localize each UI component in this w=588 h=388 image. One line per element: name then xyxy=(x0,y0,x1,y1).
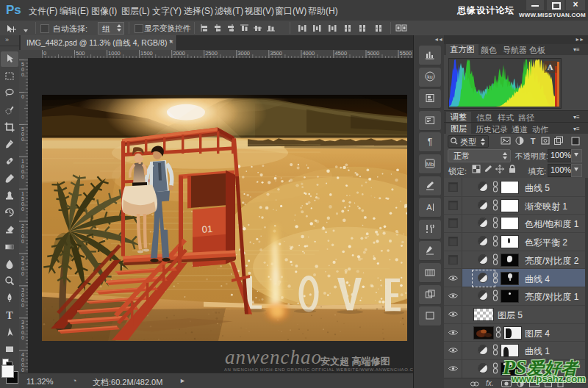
svg-text:3000: 3000 xyxy=(21,287,24,308)
svg-text:1500: 1500 xyxy=(140,50,153,57)
svg-text:2500: 2500 xyxy=(21,256,24,276)
svg-text:500: 500 xyxy=(21,62,24,77)
svg-text:ku: ku xyxy=(427,74,433,79)
svg-text:T: T xyxy=(531,137,536,146)
svg-text:3000: 3000 xyxy=(237,50,250,57)
svg-text:3500: 3500 xyxy=(21,320,24,340)
svg-text:0: 0 xyxy=(21,94,24,99)
svg-text:4500: 4500 xyxy=(334,50,347,57)
svg-text:1500: 1500 xyxy=(21,191,24,212)
svg-text:2000: 2000 xyxy=(173,50,185,57)
svg-text:5000: 5000 xyxy=(368,50,380,57)
svg-text:4000: 4000 xyxy=(21,352,24,373)
svg-text:A: A xyxy=(426,203,432,212)
svg-text:4000: 4000 xyxy=(302,50,315,57)
svg-text:1000: 1000 xyxy=(108,50,121,57)
svg-text:Mb: Mb xyxy=(426,161,434,168)
svg-text:2000: 2000 xyxy=(21,223,24,244)
svg-text:500: 500 xyxy=(76,50,85,57)
svg-text:1000: 1000 xyxy=(21,159,24,179)
svg-text:T: T xyxy=(6,310,13,321)
svg-text:3500: 3500 xyxy=(270,50,282,57)
svg-text:¶: ¶ xyxy=(428,137,432,147)
svg-text:5500: 5500 xyxy=(400,50,412,57)
svg-text:A: A xyxy=(548,63,553,71)
svg-text:2500: 2500 xyxy=(205,50,218,57)
svg-text:0: 0 xyxy=(43,50,46,57)
svg-text:500: 500 xyxy=(21,126,24,142)
